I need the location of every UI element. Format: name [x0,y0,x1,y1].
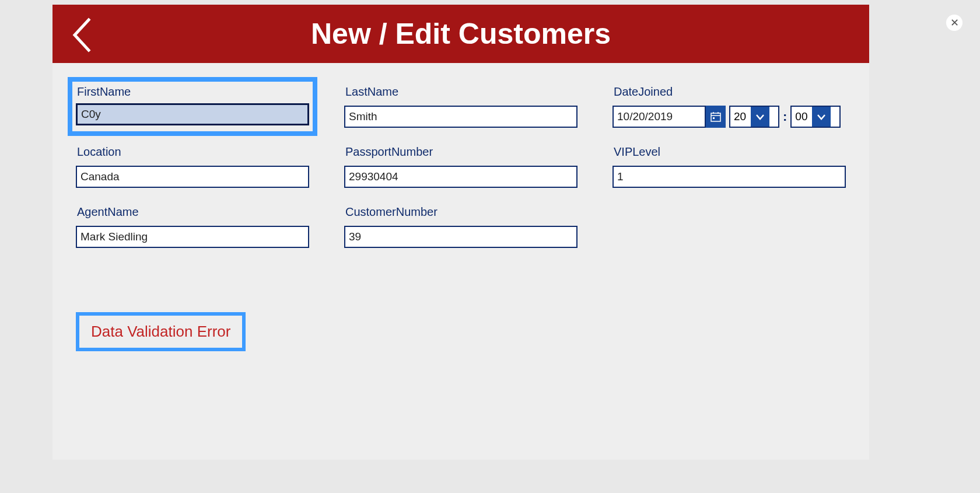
chevron-left-icon [70,18,93,53]
field-date-joined: DateJoined 20 [612,85,846,128]
form-area: FirstName LastName DateJoined [52,63,869,373]
customer-form-window: New / Edit Customers FirstName LastName … [52,5,869,460]
agent-name-label: AgentName [76,205,309,219]
field-first-name: FirstName [68,77,317,136]
hours-dropdown-icon [751,107,769,127]
last-name-input[interactable] [344,106,578,128]
minutes-value: 00 [795,110,807,123]
customer-number-label: CustomerNumber [344,205,578,219]
close-icon: ✕ [950,16,959,29]
first-name-label: FirstName [76,85,309,99]
field-agent-name: AgentName [76,205,309,248]
svg-rect-4 [713,117,715,119]
vip-level-label: VIPLevel [612,145,846,159]
minutes-dropdown-icon [812,107,831,127]
time-separator: : [783,109,787,124]
field-customer-number: CustomerNumber [344,205,578,248]
first-name-input[interactable] [76,103,309,125]
back-button[interactable] [70,18,93,55]
field-passport-number: PassportNumber [344,145,578,188]
close-button[interactable]: ✕ [946,15,963,31]
date-joined-label: DateJoined [612,85,846,99]
last-name-label: LastName [344,85,578,99]
field-last-name: LastName [344,85,578,128]
passport-number-label: PassportNumber [344,145,578,159]
field-location: Location [76,145,309,188]
validation-error-message: Data Validation Error [76,312,246,351]
hours-select[interactable]: 20 [729,106,779,128]
customer-number-input[interactable] [344,226,578,248]
hours-value: 20 [734,110,746,123]
field-vip-level: VIPLevel [612,145,846,188]
passport-number-input[interactable] [344,166,578,188]
svg-rect-0 [711,113,720,121]
date-picker-button[interactable] [706,106,726,128]
location-label: Location [76,145,309,159]
page-title: New / Edit Customers [52,17,869,51]
minutes-select[interactable]: 00 [790,106,841,128]
location-input[interactable] [76,166,309,188]
calendar-icon [710,111,721,122]
header-bar: New / Edit Customers [52,5,869,63]
vip-level-input[interactable] [612,166,846,188]
agent-name-input[interactable] [76,226,309,248]
date-joined-input[interactable] [612,106,706,128]
